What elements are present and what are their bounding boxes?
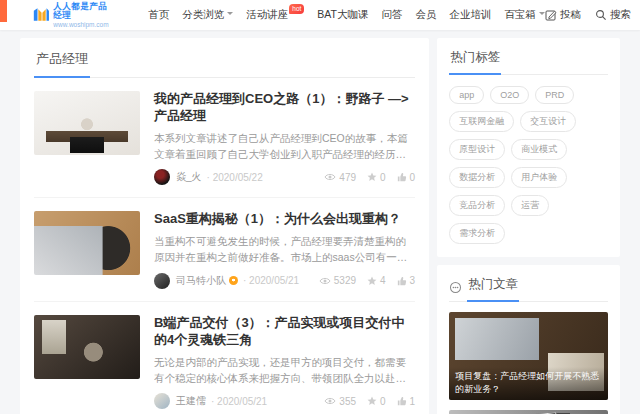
search-icon bbox=[595, 9, 607, 21]
article-date: · 2020/05/21 bbox=[211, 396, 267, 407]
hot-articles-card: 热门文章 项目复盘：产品经理如何开展不熟悉的新业务？ ONE WAY ONE W… bbox=[437, 265, 620, 414]
author-name[interactable]: 王建儒 bbox=[176, 394, 206, 408]
tag-prd[interactable]: PRD bbox=[535, 86, 574, 104]
article-body: B端产品交付（3）：产品实现或项目交付中的4个灵魂铁三角 无论是内部的产品实现，… bbox=[154, 315, 415, 409]
page: 人人都是产品经理 www.woshipm.com 首页 分类浏览 活动讲座hot… bbox=[0, 0, 640, 414]
stars-count: 0 bbox=[367, 396, 386, 407]
nav-home[interactable]: 首页 bbox=[148, 8, 169, 22]
logo-subtitle: www.woshipm.com bbox=[53, 21, 112, 28]
hot-article-item[interactable]: 项目复盘：产品经理如何开展不熟悉的新业务？ bbox=[449, 312, 608, 400]
star-icon bbox=[367, 172, 377, 182]
article-thumbnail[interactable] bbox=[34, 91, 140, 155]
article-title[interactable]: SaaS重构揭秘（1）：为什么会出现重构？ bbox=[154, 211, 415, 228]
nav-toolbox[interactable]: 百宝箱 bbox=[504, 8, 545, 22]
star-icon bbox=[367, 276, 377, 286]
likes-count: 3 bbox=[397, 275, 416, 286]
tag-app[interactable]: app bbox=[449, 86, 484, 104]
member-badge-icon bbox=[229, 276, 238, 285]
section-header: 产品经理 bbox=[34, 47, 415, 78]
article-meta: 司马特小队 · 2020/05/21 5329 4 bbox=[154, 273, 415, 289]
hot-tags-header: 热门标签 bbox=[449, 47, 608, 75]
logo-text: 人人都是产品经理 www.woshipm.com bbox=[53, 2, 112, 28]
hot-tags-card: 热门标签 app O2O PRD 互联网金融 交互设计 原型设计 商业模式 数据… bbox=[437, 38, 620, 257]
tag-competitive-analysis[interactable]: 竞品分析 bbox=[449, 195, 505, 216]
article-stats: 355 0 1 bbox=[324, 396, 415, 407]
avatar[interactable] bbox=[154, 169, 170, 185]
hot-article-caption: 项目复盘：产品经理如何开展不熟悉的新业务？ bbox=[449, 367, 608, 400]
nav-qa[interactable]: 问答 bbox=[381, 8, 402, 22]
article-item: B端产品交付（3）：产品实现或项目交付中的4个灵魂铁三角 无论是内部的产品实现，… bbox=[34, 302, 415, 414]
hot-tags-title: 热门标签 bbox=[449, 47, 501, 75]
avatar[interactable] bbox=[154, 393, 170, 409]
logo-m-icon bbox=[33, 7, 49, 22]
main-nav: 首页 分类浏览 活动讲座hot BAT大咖课 问答 会员 企业培训 百宝箱 bbox=[148, 8, 545, 22]
article-title[interactable]: 我的产品经理到CEO之路（1）：野路子 —> 产品经理 bbox=[154, 91, 415, 125]
hot-articles-icon bbox=[449, 281, 462, 294]
article-item: 我的产品经理到CEO之路（1）：野路子 —> 产品经理 本系列文章讲述了自己从产… bbox=[34, 78, 415, 198]
nav-bat-courses[interactable]: BAT大咖课 bbox=[317, 8, 368, 22]
tag-operations[interactable]: 运营 bbox=[511, 195, 549, 216]
edit-icon bbox=[545, 9, 557, 21]
author-name[interactable]: 司马特小队 bbox=[176, 274, 226, 288]
tag-interaction-design[interactable]: 交互设计 bbox=[520, 111, 576, 132]
tag-user-experience[interactable]: 用户体验 bbox=[511, 167, 567, 188]
article-excerpt: 本系列文章讲述了自己从产品经理到CEO的故事，本篇文章着重回顾了自己大学创业到入… bbox=[154, 130, 415, 163]
tag-prototype-design[interactable]: 原型设计 bbox=[449, 139, 505, 160]
tag-business-model[interactable]: 商业模式 bbox=[511, 139, 567, 160]
hot-articles-header: 热门文章 bbox=[449, 274, 608, 302]
article-list-card: 产品经理 我的产品经理到CEO之路（1）：野路子 —> 产品经理 本系列文章讲述… bbox=[20, 38, 429, 414]
nav-membership[interactable]: 会员 bbox=[415, 8, 436, 22]
nav-categories[interactable]: 分类浏览 bbox=[182, 8, 233, 22]
views-icon bbox=[324, 396, 336, 406]
article-meta: 焱_火 · 2020/05/22 479 0 bbox=[154, 169, 415, 185]
article-body: 我的产品经理到CEO之路（1）：野路子 —> 产品经理 本系列文章讲述了自己从产… bbox=[154, 91, 415, 185]
article-excerpt: 当重构不可避免发生的时候，产品经理要弄清楚重构的原因并在重构之前做好准备。市场上… bbox=[154, 233, 415, 266]
chevron-down-icon bbox=[227, 12, 233, 18]
thumbs-up-icon bbox=[397, 276, 407, 286]
thumbs-up-icon bbox=[397, 396, 407, 406]
article-date: · 2020/05/22 bbox=[207, 172, 263, 183]
nav-corporate-training[interactable]: 企业培训 bbox=[449, 8, 491, 22]
views-icon bbox=[324, 172, 336, 182]
tag-list: app O2O PRD 互联网金融 交互设计 原型设计 商业模式 数据分析 用户… bbox=[449, 86, 608, 244]
stars-count: 4 bbox=[367, 275, 386, 286]
tag-requirement-analysis[interactable]: 需求分析 bbox=[449, 223, 505, 244]
article-stats: 5329 4 3 bbox=[319, 275, 415, 286]
article-item: SaaS重构揭秘（1）：为什么会出现重构？ 当重构不可避免发生的时候，产品经理要… bbox=[34, 198, 415, 301]
content-area: 产品经理 我的产品经理到CEO之路（1）：野路子 —> 产品经理 本系列文章讲述… bbox=[0, 30, 640, 414]
hot-articles-title: 热门文章 bbox=[467, 274, 519, 302]
search-button[interactable]: 搜索 bbox=[595, 8, 631, 22]
article-meta: 王建儒 · 2020/05/21 355 0 bbox=[154, 393, 415, 409]
views-count: 355 bbox=[324, 396, 356, 407]
hot-badge: hot bbox=[289, 4, 304, 14]
hot-article-item[interactable]: ONE WAY ONE WAY 先有“用户习惯”，还是先有“产品”？ bbox=[449, 410, 608, 414]
star-icon bbox=[367, 396, 377, 406]
article-thumbnail[interactable] bbox=[34, 211, 140, 275]
nav-events[interactable]: 活动讲座hot bbox=[246, 8, 304, 22]
header-actions: 投稿 搜索 APP 注册 | 登录 bbox=[545, 8, 640, 22]
article-thumbnail[interactable] bbox=[34, 315, 140, 379]
corner-accent-strip bbox=[0, 0, 7, 22]
tag-o2o[interactable]: O2O bbox=[490, 86, 529, 104]
logo-title: 人人都是产品经理 bbox=[53, 2, 112, 21]
views-count: 479 bbox=[324, 172, 356, 183]
thumbs-up-icon bbox=[397, 172, 407, 182]
site-logo[interactable]: 人人都是产品经理 www.woshipm.com bbox=[33, 2, 112, 28]
stars-count: 0 bbox=[367, 172, 386, 183]
sidebar: 热门标签 app O2O PRD 互联网金融 交互设计 原型设计 商业模式 数据… bbox=[437, 38, 620, 414]
likes-count: 0 bbox=[397, 172, 416, 183]
views-icon bbox=[319, 276, 331, 286]
top-navbar: 人人都是产品经理 www.woshipm.com 首页 分类浏览 活动讲座hot… bbox=[0, 0, 640, 30]
avatar[interactable] bbox=[154, 273, 170, 289]
article-excerpt: 无论是内部的产品实现，还是甲方的项目交付，都需要有个稳定的核心体系来把握方向、带… bbox=[154, 354, 415, 387]
article-body: SaaS重构揭秘（1）：为什么会出现重构？ 当重构不可避免发生的时候，产品经理要… bbox=[154, 211, 415, 288]
tag-data-analysis[interactable]: 数据分析 bbox=[449, 167, 505, 188]
article-stats: 479 0 0 bbox=[324, 172, 415, 183]
views-count: 5329 bbox=[319, 275, 356, 286]
submit-post-button[interactable]: 投稿 bbox=[545, 8, 581, 22]
page-title: 产品经理 bbox=[34, 47, 90, 78]
likes-count: 1 bbox=[397, 396, 416, 407]
author-name[interactable]: 焱_火 bbox=[176, 170, 202, 184]
tag-internet-finance[interactable]: 互联网金融 bbox=[449, 111, 514, 132]
article-title[interactable]: B端产品交付（3）：产品实现或项目交付中的4个灵魂铁三角 bbox=[154, 315, 415, 349]
